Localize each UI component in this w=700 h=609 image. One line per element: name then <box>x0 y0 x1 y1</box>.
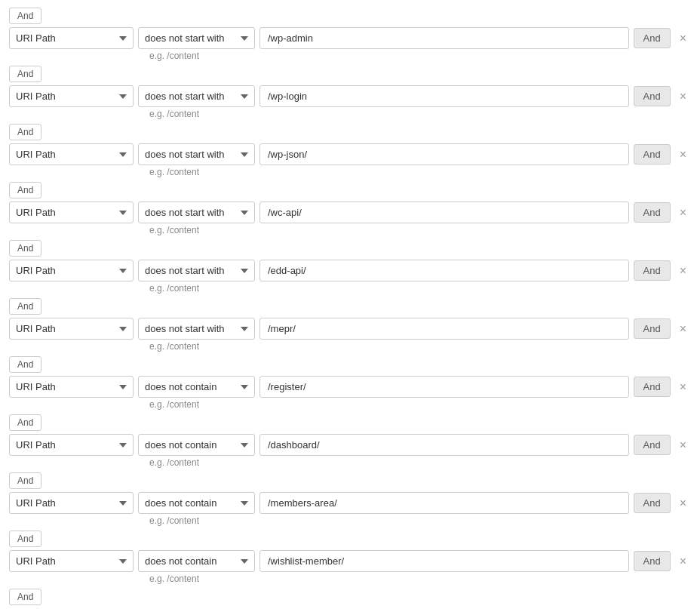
value-input-4[interactable] <box>259 260 629 281</box>
rule-row-6: URI Pathdoes not start withdoes not cont… <box>9 376 691 398</box>
value-input-8[interactable] <box>259 492 629 514</box>
separator-and-button-7[interactable]: And <box>9 472 41 489</box>
rule-block-3: URI Pathdoes not start withdoes not cont… <box>9 201 691 235</box>
rule-row-7: URI Pathdoes not start withdoes not cont… <box>9 434 691 456</box>
separator-and-button-8[interactable]: And <box>9 531 41 547</box>
rules-container: URI Pathdoes not start withdoes not cont… <box>9 27 691 605</box>
delete-button-7[interactable]: × <box>675 438 691 453</box>
hint-row-1: e.g. /content <box>149 109 691 119</box>
and-button-7[interactable]: And <box>634 435 671 455</box>
and-button-9[interactable]: And <box>634 551 671 571</box>
value-input-7[interactable] <box>259 434 629 456</box>
separator-and-button-4[interactable]: And <box>9 298 41 315</box>
rule-block-5: URI Pathdoes not start withdoes not cont… <box>9 318 691 352</box>
top-and-button[interactable]: And <box>9 8 41 24</box>
delete-button-6[interactable]: × <box>675 380 691 395</box>
separator-and-row-1: And <box>9 124 691 140</box>
delete-button-3[interactable]: × <box>675 205 691 220</box>
operator-select-8[interactable]: does not start withdoes not containstart… <box>138 492 255 514</box>
separator-and-row-5: And <box>9 356 691 373</box>
operator-select-6[interactable]: does not start withdoes not containstart… <box>138 376 255 398</box>
operator-select-5[interactable]: does not start withdoes not containstart… <box>138 318 255 340</box>
delete-button-0[interactable]: × <box>675 31 691 46</box>
separator-and-row-0: And <box>9 66 691 82</box>
value-input-1[interactable] <box>259 85 629 107</box>
delete-button-8[interactable]: × <box>675 496 691 511</box>
rule-block-7: URI Pathdoes not start withdoes not cont… <box>9 434 691 468</box>
rule-group: And <box>9 6 691 27</box>
separator-and-row-7: And <box>9 472 691 489</box>
delete-button-9[interactable]: × <box>675 554 691 569</box>
separator-and-button-6[interactable]: And <box>9 414 41 431</box>
operator-select-2[interactable]: does not start withdoes not containstart… <box>138 143 255 165</box>
operator-select-3[interactable]: does not start withdoes not containstart… <box>138 201 255 223</box>
hint-row-4: e.g. /content <box>149 283 691 294</box>
delete-button-4[interactable]: × <box>675 263 691 278</box>
delete-button-5[interactable]: × <box>675 321 691 337</box>
separator-and-button-2[interactable]: And <box>9 182 41 198</box>
rule-row-4: URI Pathdoes not start withdoes not cont… <box>9 260 691 281</box>
and-button-2[interactable]: And <box>634 144 671 165</box>
rule-block-8: URI Pathdoes not start withdoes not cont… <box>9 492 691 526</box>
hint-row-2: e.g. /content <box>149 167 691 177</box>
and-button-1[interactable]: And <box>634 86 671 106</box>
hint-row-7: e.g. /content <box>149 457 691 468</box>
delete-button-2[interactable]: × <box>675 147 691 162</box>
and-button-5[interactable]: And <box>634 318 671 339</box>
separator-and-row-9: And <box>9 589 691 605</box>
rule-row-8: URI Pathdoes not start withdoes not cont… <box>9 492 691 514</box>
value-input-6[interactable] <box>259 376 629 398</box>
top-and-row: And <box>9 8 691 24</box>
value-input-0[interactable] <box>259 27 629 49</box>
rule-block-2: URI Pathdoes not start withdoes not cont… <box>9 143 691 177</box>
operator-select-7[interactable]: does not start withdoes not containstart… <box>138 434 255 456</box>
field-select-2[interactable]: URI Path <box>9 143 134 165</box>
field-select-6[interactable]: URI Path <box>9 376 134 398</box>
hint-row-6: e.g. /content <box>149 399 691 410</box>
rule-row-5: URI Pathdoes not start withdoes not cont… <box>9 318 691 340</box>
field-select-1[interactable]: URI Path <box>9 85 134 107</box>
separator-and-row-2: And <box>9 182 691 198</box>
field-select-3[interactable]: URI Path <box>9 201 134 223</box>
separator-and-button-9[interactable]: And <box>9 589 41 605</box>
separator-and-button-5[interactable]: And <box>9 356 41 373</box>
separator-and-row-6: And <box>9 414 691 431</box>
delete-button-1[interactable]: × <box>675 89 691 104</box>
separator-and-row-4: And <box>9 298 691 315</box>
rule-block-4: URI Pathdoes not start withdoes not cont… <box>9 260 691 294</box>
operator-select-0[interactable]: does not start withdoes not containstart… <box>138 27 255 49</box>
field-select-0[interactable]: URI Path <box>9 27 134 49</box>
value-input-5[interactable] <box>259 318 629 340</box>
field-select-8[interactable]: URI Path <box>9 492 134 514</box>
and-button-0[interactable]: And <box>634 28 671 48</box>
separator-and-row-3: And <box>9 240 691 257</box>
field-select-7[interactable]: URI Path <box>9 434 134 456</box>
hint-row-9: e.g. /content <box>149 574 691 584</box>
hint-row-8: e.g. /content <box>149 515 691 526</box>
hint-row-3: e.g. /content <box>149 225 691 235</box>
rule-block-6: URI Pathdoes not start withdoes not cont… <box>9 376 691 410</box>
and-button-8[interactable]: And <box>634 493 671 513</box>
operator-select-1[interactable]: does not start withdoes not containstart… <box>138 85 255 107</box>
and-button-6[interactable]: And <box>634 377 671 397</box>
operator-select-9[interactable]: does not start withdoes not containstart… <box>138 550 255 572</box>
value-input-2[interactable] <box>259 143 629 165</box>
field-select-4[interactable]: URI Path <box>9 260 134 281</box>
operator-select-4[interactable]: does not start withdoes not containstart… <box>138 260 255 281</box>
separator-and-row-8: And <box>9 531 691 547</box>
separator-and-button-1[interactable]: And <box>9 124 41 140</box>
field-select-5[interactable]: URI Path <box>9 318 134 340</box>
value-input-3[interactable] <box>259 201 629 223</box>
rule-row-9: URI Pathdoes not start withdoes not cont… <box>9 550 691 572</box>
and-button-3[interactable]: And <box>634 202 671 223</box>
field-select-9[interactable]: URI Path <box>9 550 134 572</box>
separator-and-button-0[interactable]: And <box>9 66 41 82</box>
rule-row-2: URI Pathdoes not start withdoes not cont… <box>9 143 691 165</box>
and-button-4[interactable]: And <box>634 260 671 281</box>
value-input-9[interactable] <box>259 550 629 572</box>
separator-and-button-3[interactable]: And <box>9 240 41 257</box>
hint-row-0: e.g. /content <box>149 51 691 61</box>
rule-row-1: URI Pathdoes not start withdoes not cont… <box>9 85 691 107</box>
rule-block-0: URI Pathdoes not start withdoes not cont… <box>9 27 691 61</box>
rule-row-0: URI Pathdoes not start withdoes not cont… <box>9 27 691 49</box>
